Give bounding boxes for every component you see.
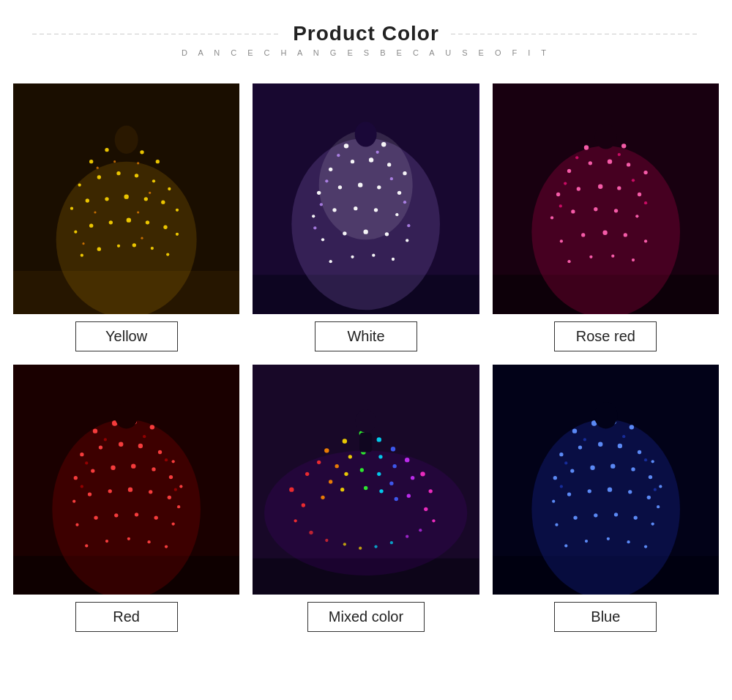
svg-point-126 (150, 425, 154, 429)
svg-point-26 (163, 226, 167, 229)
svg-point-186 (379, 455, 383, 458)
svg-point-204 (375, 545, 378, 548)
svg-point-4 (105, 148, 108, 152)
svg-point-193 (405, 458, 409, 462)
svg-point-81 (408, 224, 411, 227)
svg-point-90 (588, 161, 591, 165)
color-label-yellow: Yellow (75, 321, 178, 351)
svg-point-154 (105, 540, 108, 543)
svg-point-61 (333, 208, 337, 212)
svg-point-23 (109, 220, 113, 224)
svg-point-6 (140, 150, 143, 154)
svg-point-70 (329, 260, 332, 263)
color-image-yellow (13, 83, 239, 314)
svg-point-72 (373, 254, 376, 257)
svg-point-8 (78, 184, 81, 187)
svg-point-135 (111, 465, 115, 469)
svg-point-18 (144, 197, 148, 201)
color-item-mixed: Mixed color (253, 365, 479, 633)
svg-point-163 (174, 488, 177, 491)
svg-point-16 (105, 197, 108, 201)
svg-point-94 (556, 193, 560, 196)
svg-point-240 (614, 513, 618, 516)
svg-point-91 (607, 159, 611, 163)
svg-point-187 (377, 472, 381, 475)
svg-point-13 (168, 187, 171, 190)
svg-point-76 (326, 179, 329, 182)
svg-point-160 (85, 461, 88, 464)
svg-point-239 (594, 513, 597, 517)
svg-point-14 (70, 207, 73, 210)
svg-point-224 (570, 469, 574, 472)
svg-point-248 (583, 438, 586, 441)
color-label-blue: Blue (554, 602, 657, 632)
svg-point-168 (289, 487, 294, 491)
svg-point-109 (567, 260, 570, 263)
svg-point-17 (124, 194, 128, 198)
svg-point-9 (97, 175, 101, 179)
svg-point-88 (621, 144, 626, 148)
svg-point-103 (635, 215, 638, 217)
svg-point-40 (82, 242, 84, 245)
svg-point-54 (403, 171, 407, 175)
svg-point-142 (108, 489, 112, 493)
svg-point-173 (324, 448, 329, 453)
svg-point-10 (116, 171, 120, 175)
svg-point-197 (429, 489, 433, 493)
svg-point-220 (617, 443, 621, 447)
svg-point-150 (135, 513, 138, 516)
svg-point-12 (152, 179, 155, 182)
color-image-red (13, 365, 239, 595)
svg-point-60 (312, 215, 315, 217)
svg-point-58 (377, 185, 381, 189)
svg-point-115 (564, 182, 567, 185)
svg-point-62 (354, 206, 357, 210)
svg-point-67 (364, 229, 368, 234)
svg-point-69 (406, 239, 408, 242)
svg-point-112 (632, 258, 635, 261)
svg-point-151 (154, 515, 158, 519)
svg-point-113 (575, 156, 578, 159)
color-item-blue: Blue (493, 365, 719, 633)
svg-point-232 (587, 489, 591, 493)
svg-point-216 (629, 425, 633, 429)
svg-point-191 (390, 481, 394, 485)
svg-point-221 (638, 450, 641, 453)
svg-point-51 (351, 160, 354, 163)
svg-point-29 (97, 247, 101, 250)
svg-point-195 (407, 494, 411, 497)
svg-point-86 (583, 145, 588, 149)
svg-point-153 (85, 544, 88, 547)
svg-point-206 (406, 535, 408, 537)
svg-point-118 (644, 201, 647, 204)
svg-point-32 (151, 247, 154, 250)
svg-point-34 (97, 167, 99, 169)
svg-point-202 (343, 543, 346, 546)
svg-point-251 (644, 458, 647, 461)
color-grid: Yellow (7, 83, 725, 632)
svg-point-111 (611, 255, 614, 258)
svg-point-237 (555, 523, 558, 526)
svg-point-198 (424, 507, 427, 510)
svg-point-246 (627, 540, 630, 543)
color-image-mixed (253, 365, 479, 595)
svg-point-217 (559, 453, 563, 456)
svg-point-194 (411, 476, 414, 480)
svg-point-52 (369, 157, 373, 162)
svg-point-21 (74, 231, 77, 234)
svg-point-110 (589, 256, 592, 258)
svg-point-123 (93, 428, 97, 433)
svg-point-178 (348, 455, 352, 458)
svg-point-68 (385, 232, 389, 236)
color-label-white: White (315, 321, 417, 351)
svg-point-64 (396, 213, 399, 216)
page-title: Product Color (293, 22, 439, 45)
svg-point-92 (627, 163, 630, 166)
page-wrapper: Product Color D A N C E C H A N G E S B … (0, 0, 732, 647)
svg-point-117 (559, 204, 561, 207)
svg-point-172 (294, 519, 297, 522)
svg-point-184 (364, 486, 367, 490)
svg-point-95 (576, 187, 580, 190)
svg-point-85 (531, 146, 680, 313)
svg-point-79 (403, 201, 406, 204)
